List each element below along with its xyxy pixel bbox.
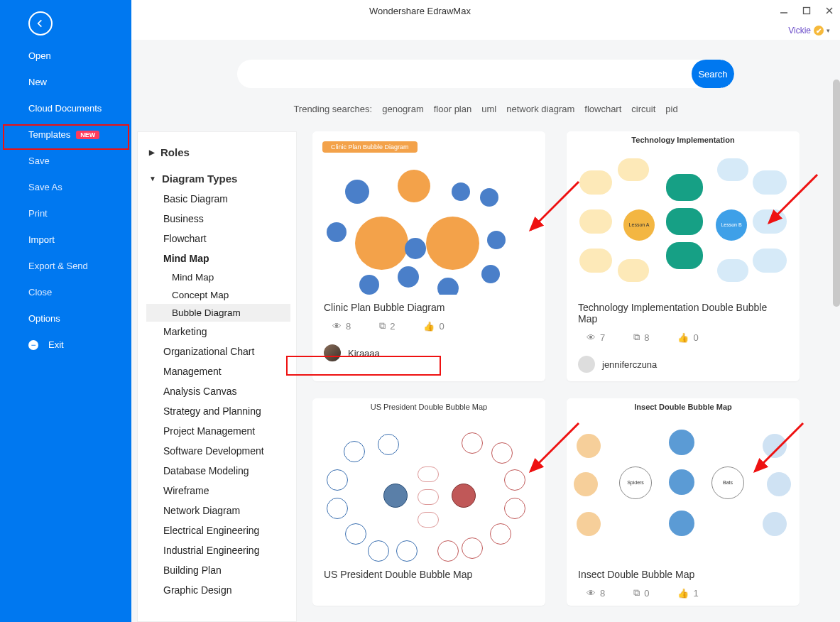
thumb-label: Technology Implementation	[567, 136, 800, 144]
user-avatar-icon[interactable]: ✔	[814, 26, 824, 36]
sidebar-item-cloud-documents[interactable]: Cloud Documents	[0, 95, 131, 121]
template-title: Technology Implementation Double Bubble …	[567, 295, 800, 329]
category-graphic-design[interactable]: Graphic Design	[146, 580, 290, 600]
expand-icon: ▼	[149, 175, 156, 182]
template-card[interactable]: US President Double Bubble Map	[312, 398, 545, 606]
category-mind-map[interactable]: Mind Map	[146, 249, 290, 268]
template-author[interactable]: Kiraaaa	[312, 339, 545, 370]
category-management[interactable]: Management	[146, 361, 290, 381]
category-basic-diagram[interactable]: Basic Diagram	[146, 189, 290, 209]
search-button[interactable]: Search	[692, 60, 734, 88]
subcategory-concept-map[interactable]: Concept Map	[146, 286, 290, 304]
diagram-types-section[interactable]: ▼Diagram Types	[146, 168, 290, 189]
sidebar-label: Export & Send	[28, 261, 88, 271]
sidebar-label: Save	[28, 156, 50, 166]
trending-link[interactable]: floor plan	[434, 104, 471, 114]
category-analysis-canvas[interactable]: Analysis Canvas	[146, 381, 290, 401]
sidebar-item-save[interactable]: Save	[0, 148, 131, 174]
trending-link[interactable]: network diagram	[506, 104, 574, 114]
sidebar-item-close[interactable]: Close	[0, 279, 131, 305]
sidebar-item-new[interactable]: New	[0, 69, 131, 95]
category-electrical-engineering[interactable]: Electrical Engineering	[146, 520, 290, 540]
sidebar-label: Close	[28, 287, 52, 298]
search-input[interactable]	[237, 68, 692, 80]
category-software-development[interactable]: Software Development	[146, 441, 290, 461]
template-card[interactable]: Insect Double Bubble Map Spiders Bats	[567, 398, 800, 606]
author-name: Kiraaaa	[348, 348, 380, 359]
category-network-diagram[interactable]: Network Diagram	[146, 501, 290, 520]
trending-link[interactable]: circuit	[631, 104, 655, 114]
views-count: 8	[346, 321, 351, 332]
category-wireframe[interactable]: Wireframe	[146, 481, 290, 501]
template-stats: 👁8 ⧉0 👍1	[567, 584, 800, 606]
trending-link[interactable]: uml	[481, 104, 496, 114]
template-stats: 👁7 ⧉8 👍0	[567, 329, 800, 350]
thumb-label: Clinic Plan Bubble Diagram	[322, 141, 418, 153]
sidebar-label: Exit	[48, 339, 64, 350]
category-industrial-engineering[interactable]: Industrial Engineering	[146, 540, 290, 560]
likes-count: 0	[439, 321, 444, 332]
sidebar-item-open[interactable]: Open	[0, 43, 131, 69]
subcategory-mind-map[interactable]: Mind Map	[146, 268, 290, 286]
trending-link[interactable]: flowchart	[584, 104, 621, 114]
copies-count: 2	[390, 321, 395, 332]
eye-icon: 👁	[332, 321, 342, 332]
trending-link[interactable]: pid	[665, 104, 677, 114]
template-stats: 👁8 ⧉2 👍0	[312, 317, 545, 339]
copies-count: 0	[644, 588, 649, 599]
sidebar-label: Options	[28, 313, 60, 324]
category-marketing[interactable]: Marketing	[146, 322, 290, 342]
user-dropdown-icon[interactable]: ▾	[827, 27, 830, 34]
template-author[interactable]: jenniferczuna	[567, 350, 800, 381]
category-organizational-chart[interactable]: Organizational Chart	[146, 342, 290, 361]
category-database-modeling[interactable]: Database Modeling	[146, 461, 290, 481]
author-avatar	[324, 344, 341, 361]
copy-icon: ⧉	[379, 320, 386, 332]
window-title: Wondershare EdrawMax	[369, 6, 471, 16]
template-thumbnail: Clinic Plan Bubble Diagram	[312, 131, 545, 295]
template-title: Insect Double Bubble Map	[567, 562, 800, 584]
category-building-plan[interactable]: Building Plan	[146, 560, 290, 580]
new-badge: NEW	[76, 131, 99, 139]
template-cards: Clinic Plan Bubble Diagram	[297, 131, 840, 622]
sidebar-label: Save As	[28, 182, 62, 192]
template-card[interactable]: Clinic Plan Bubble Diagram	[312, 131, 545, 381]
thumb-label: Insect Double Bubble Map	[567, 403, 800, 411]
sidebar-label: Print	[28, 208, 48, 219]
exit-icon: −	[28, 340, 38, 350]
trending-link[interactable]: genogram	[382, 104, 424, 114]
close-button[interactable]	[824, 6, 834, 16]
like-icon: 👍	[423, 321, 435, 332]
sidebar-item-options[interactable]: Options	[0, 305, 131, 332]
eye-icon: 👁	[587, 332, 596, 343]
sidebar-item-exit[interactable]: −Exit	[0, 332, 131, 358]
sidebar-item-save-as[interactable]: Save As	[0, 174, 131, 200]
category-strategy-planning[interactable]: Strategy and Planning	[146, 401, 290, 421]
back-button[interactable]	[28, 11, 53, 36]
collapse-icon: ▶	[149, 148, 155, 156]
category-business[interactable]: Business	[146, 209, 290, 229]
template-thumbnail: Technology Implementation Lesson A Lesso…	[567, 131, 800, 295]
sidebar-item-templates[interactable]: TemplatesNEW	[0, 121, 131, 148]
like-icon: 👍	[677, 588, 689, 599]
category-flowchart[interactable]: Flowchart	[146, 229, 290, 249]
sidebar-item-import[interactable]: Import	[0, 227, 131, 253]
sidebar-item-print[interactable]: Print	[0, 200, 131, 227]
category-panel: ▶Roles ▼Diagram Types Basic Diagram Busi…	[137, 131, 297, 622]
maximize-button[interactable]	[802, 6, 812, 16]
user-name[interactable]: Vickie	[788, 26, 811, 36]
template-card[interactable]: Technology Implementation Lesson A Lesso…	[567, 131, 800, 381]
category-project-management[interactable]: Project Management	[146, 421, 290, 441]
svg-rect-1	[804, 8, 810, 14]
likes-count: 0	[693, 332, 698, 343]
minimize-button[interactable]	[779, 6, 789, 16]
sidebar-label: Cloud Documents	[28, 103, 102, 114]
section-label: Diagram Types	[162, 173, 237, 185]
subcategory-bubble-diagram[interactable]: Bubble Diagram	[146, 304, 290, 322]
sidebar-label: New	[28, 77, 47, 87]
roles-section[interactable]: ▶Roles	[146, 142, 290, 163]
sidebar-label: Import	[28, 234, 55, 245]
sidebar-item-export-send[interactable]: Export & Send	[0, 253, 131, 279]
author-name: jenniferczuna	[602, 359, 657, 370]
thumb-label: US President Double Bubble Map	[312, 403, 545, 411]
